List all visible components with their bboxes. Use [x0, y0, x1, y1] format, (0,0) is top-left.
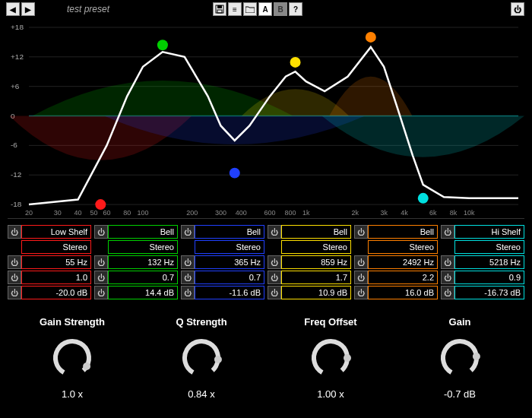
band-q-field[interactable]: 0.7	[195, 271, 264, 284]
band-type-field[interactable]: Bell	[195, 225, 264, 239]
band-gain-field[interactable]: 10.9 dB	[281, 286, 351, 299]
svg-text:+6: +6	[11, 82, 20, 90]
band-type-field[interactable]: Bell	[281, 225, 351, 239]
band-param-power-button[interactable]: ⏻	[354, 271, 368, 284]
band-handle[interactable]	[157, 40, 168, 50]
knob[interactable]	[309, 337, 352, 379]
band-param-power-button[interactable]: ⏻	[181, 225, 195, 239]
band-param-power-button[interactable]: ⏻	[8, 271, 21, 284]
band-strip: ⏻Low Shelf⏻Stereo⏻55 Hz⏻1.0⏻-20.0 dB⏻Bel…	[0, 222, 532, 302]
band-gain-field[interactable]: -20.0 dB	[21, 286, 91, 299]
svg-text:200: 200	[186, 209, 198, 217]
knob-label: Freq Offset	[277, 316, 384, 328]
knob-label: Gain	[407, 316, 513, 328]
svg-text:-18: -18	[11, 200, 22, 208]
band-param-power-button[interactable]: ⏻	[441, 225, 454, 239]
bypass-button[interactable]: ⏻	[511, 2, 524, 16]
svg-text:3k: 3k	[380, 209, 388, 217]
band-type-field[interactable]: Bell	[108, 225, 178, 239]
folder-button[interactable]	[243, 2, 257, 16]
band-handle[interactable]	[366, 32, 376, 43]
band-gain-field[interactable]: 14.4 dB	[108, 286, 178, 299]
band-freq-field[interactable]: 859 Hz	[281, 255, 351, 269]
save-button[interactable]	[213, 2, 226, 16]
band-param-power-button[interactable]: ⏻	[181, 286, 195, 299]
band-q-field[interactable]: 0.7	[108, 271, 178, 284]
band-param-power-button[interactable]: ⏻	[94, 271, 108, 284]
band-q-field[interactable]: 0.9	[454, 271, 524, 284]
knob-value: 1.00 x	[277, 388, 384, 400]
band-param-power-button[interactable]: ⏻	[268, 286, 281, 299]
menu-button[interactable]: ≡	[228, 2, 242, 16]
preset-next-button[interactable]: ▶	[21, 2, 35, 16]
svg-text:400: 400	[236, 209, 247, 217]
knob-label: Q Strength	[148, 316, 255, 328]
band-q-field[interactable]: 1.7	[281, 271, 351, 284]
band-freq-field[interactable]: 55 Hz	[21, 255, 91, 269]
svg-text:8k: 8k	[450, 209, 458, 217]
svg-text:10k: 10k	[464, 209, 475, 217]
svg-text:-6: -6	[11, 141, 17, 149]
band-gain-field[interactable]: -11.6 dB	[195, 286, 264, 299]
svg-text:-12: -12	[11, 170, 22, 179]
compare-a-button[interactable]: A	[258, 2, 272, 16]
band-freq-field[interactable]: 132 Hz	[108, 255, 178, 269]
band-mode-field[interactable]: Stereo	[21, 240, 91, 254]
band-param-power-button[interactable]: ⏻	[94, 286, 108, 299]
band-param-power-button[interactable]: ⏻	[181, 255, 195, 269]
preset-name-label[interactable]: test preset	[67, 4, 109, 14]
band-handle[interactable]	[290, 57, 301, 68]
band-mode-field[interactable]: Stereo	[368, 240, 438, 254]
svg-text:+18: +18	[11, 23, 24, 31]
knob-group: Gain Strength1.0 x	[19, 316, 125, 400]
band-column: ⏻Bell⏻Stereo⏻2492 Hz⏻2.2⏻16.0 dB	[354, 225, 438, 299]
knob[interactable]	[51, 337, 93, 379]
band-param-power-button[interactable]: ⏻	[181, 271, 195, 284]
band-param-power-button[interactable]: ⏻	[8, 225, 21, 239]
band-param-power-button[interactable]: ⏻	[441, 271, 454, 284]
knob[interactable]	[439, 337, 481, 379]
band-param-power-button[interactable]: ⏻	[94, 225, 108, 239]
band-freq-field[interactable]: 5218 Hz	[454, 255, 524, 269]
help-button[interactable]: ?	[289, 2, 302, 16]
band-mode-field[interactable]: Stereo	[454, 240, 524, 254]
band-mode-field[interactable]: Stereo	[281, 240, 351, 254]
eq-graph[interactable]: -18-12-60+6+12+1820304050608010020030040…	[8, 21, 524, 219]
knob[interactable]	[180, 337, 223, 379]
band-type-field[interactable]: Bell	[368, 225, 438, 239]
band-param-power-button[interactable]: ⏻	[94, 255, 108, 269]
band-handle[interactable]	[230, 168, 240, 179]
band-gain-field[interactable]: -16.73 dB	[454, 286, 524, 299]
band-param-power-button[interactable]: ⏻	[8, 255, 21, 269]
preset-prev-button[interactable]: ◀	[6, 2, 20, 16]
band-freq-field[interactable]: 365 Hz	[195, 255, 264, 269]
band-mode-field[interactable]: Stereo	[108, 240, 178, 254]
band-param-power-button[interactable]: ⏻	[441, 286, 454, 299]
svg-text:40: 40	[74, 209, 82, 217]
band-freq-field[interactable]: 2492 Hz	[368, 255, 438, 269]
band-param-power-button[interactable]: ⏻	[354, 286, 368, 299]
band-q-field[interactable]: 1.0	[21, 271, 91, 284]
band-param-power-button[interactable]: ⏻	[268, 255, 281, 269]
band-column: ⏻Hi Shelf⏻Stereo⏻5218 Hz⏻0.9⏻-16.73 dB	[441, 225, 524, 299]
band-param-power-button[interactable]: ⏻	[354, 225, 368, 239]
band-type-field[interactable]: Low Shelf	[21, 225, 91, 239]
compare-b-button[interactable]: B	[274, 2, 287, 16]
band-q-field[interactable]: 2.2	[368, 271, 438, 284]
band-handle[interactable]	[95, 199, 106, 210]
band-param-power-button[interactable]: ⏻	[354, 255, 368, 269]
svg-text:100: 100	[138, 209, 149, 217]
svg-text:300: 300	[215, 209, 226, 217]
band-mode-field[interactable]: Stereo	[195, 240, 264, 254]
band-param-power-button[interactable]: ⏻	[441, 255, 454, 269]
band-param-power-button[interactable]: ⏻	[268, 271, 281, 284]
band-handle[interactable]	[418, 193, 429, 204]
band-gain-field[interactable]: 16.0 dB	[368, 286, 438, 299]
svg-text:800: 800	[284, 209, 296, 217]
svg-text:6k: 6k	[429, 209, 437, 217]
band-type-field[interactable]: Hi Shelf	[454, 225, 524, 239]
band-param-power-button[interactable]: ⏻	[8, 286, 21, 299]
svg-rect-2	[217, 10, 222, 13]
knob-value: 0.84 x	[148, 388, 255, 400]
band-param-power-button[interactable]: ⏻	[268, 225, 281, 239]
